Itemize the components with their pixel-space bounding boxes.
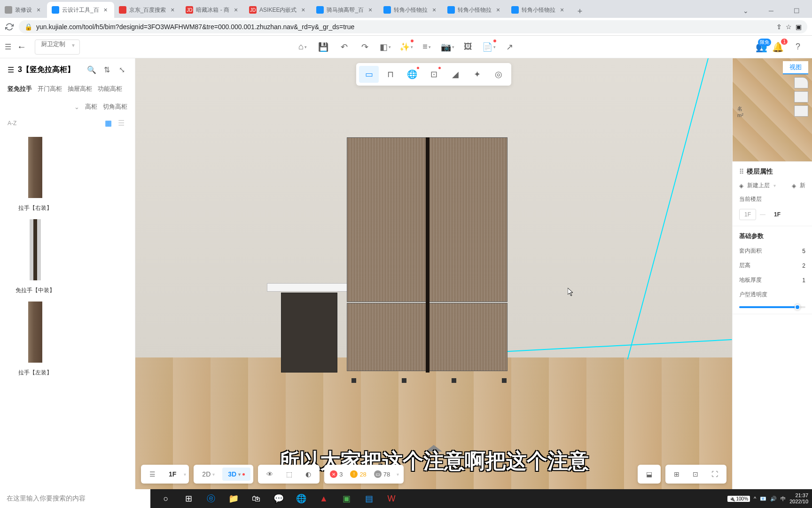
explorer-icon[interactable]: 📁	[223, 489, 244, 508]
tray-icon[interactable]: 🔊	[770, 496, 777, 502]
browser-tab[interactable]: 转角小怪物拉 ×	[507, 2, 570, 18]
camera-icon[interactable]: 📷▾	[438, 38, 457, 56]
close-icon[interactable]: ×	[299, 6, 307, 14]
error-count[interactable]: ✕3	[327, 470, 345, 478]
list-view-icon[interactable]: ☰	[118, 119, 127, 128]
browser-tab[interactable]: JD ASIKEE内嵌式 ×	[244, 2, 312, 18]
cortana-icon[interactable]: ○	[155, 489, 177, 508]
magic-wand-icon[interactable]: ✨▾	[397, 38, 415, 56]
cube-icon[interactable]: ⬚	[281, 468, 298, 481]
settings-icon[interactable]: ⇅	[101, 64, 112, 75]
browser-tab[interactable]: 装修设 ×	[0, 2, 47, 18]
autocad-icon[interactable]: ▲	[313, 489, 335, 508]
minimize-icon[interactable]: ─	[760, 4, 782, 18]
grid-icon[interactable]: ⊡	[687, 468, 704, 481]
app-icon[interactable]: ▤	[358, 489, 380, 508]
star-icon[interactable]: ☆	[786, 23, 792, 31]
close-icon[interactable]: ×	[558, 6, 566, 14]
browser-tab-active[interactable]: 云设计工具_百 ×	[47, 2, 114, 18]
new-upper-button[interactable]: 新建上层	[747, 182, 770, 190]
help-icon[interactable]: ?	[789, 38, 807, 56]
home-icon[interactable]: ⌂▾	[293, 38, 312, 56]
view-3d-button[interactable]: 3D▾	[222, 468, 250, 481]
product-item[interactable]: 拉手【右装】	[5, 135, 66, 212]
filter-icon[interactable]: ≡▾	[417, 38, 436, 56]
layers-button[interactable]: ☰	[144, 468, 161, 481]
tray-up-icon[interactable]: ^	[754, 496, 756, 501]
maximize-icon[interactable]: ☐	[786, 4, 807, 18]
browser-tab[interactable]: 骑马抽高帮_百 ×	[312, 2, 379, 18]
close-icon[interactable]: ×	[367, 6, 374, 14]
close-icon[interactable]: ×	[494, 6, 502, 14]
eraser-icon[interactable]: ◧▾	[376, 38, 395, 56]
redo-icon[interactable]: ↷	[355, 38, 374, 56]
edge-icon[interactable]: ⓔ	[200, 489, 222, 508]
eye-icon[interactable]: 👁	[261, 468, 279, 481]
tall-cabinet-model[interactable]	[347, 137, 511, 377]
wechat-icon[interactable]: 💬	[268, 489, 289, 508]
store-icon[interactable]: 🛍	[245, 489, 267, 508]
category-tab[interactable]: 竖免拉手	[8, 83, 32, 95]
close-icon[interactable]: ×	[232, 6, 240, 14]
minimap[interactable]: 视图 名m²	[733, 58, 812, 162]
sphere-icon[interactable]: ◐	[300, 468, 317, 481]
chrome-icon[interactable]: 🌐	[290, 489, 312, 508]
image-icon[interactable]: 🖼	[459, 38, 477, 56]
share-icon[interactable]: ⇪	[776, 23, 782, 31]
dropdown-icon[interactable]: ⌄	[735, 4, 757, 18]
battery-indicator[interactable]: 🔌100%	[727, 496, 750, 502]
grid-view-icon[interactable]: ▦	[105, 119, 114, 128]
select-tool-icon[interactable]: ▭	[359, 66, 379, 83]
windows-search-input[interactable]: 在这里输入你要搜索的内容	[0, 489, 150, 508]
warning-count[interactable]: !28	[347, 470, 369, 478]
floor-selector[interactable]: 1F	[163, 468, 182, 481]
undo-icon[interactable]: ↶	[335, 38, 353, 56]
toggle-icon[interactable]: ⬓	[640, 468, 658, 481]
tray-icon[interactable]: 📧	[760, 496, 766, 502]
align-tool-icon[interactable]: ⊓	[381, 66, 400, 83]
object-count[interactable]: ▭78	[371, 470, 393, 478]
globe-tool-icon[interactable]: 🌐	[402, 66, 422, 83]
close-icon[interactable]: ×	[35, 6, 42, 14]
browser-tab[interactable]: 转角小怪物拉 ×	[443, 2, 507, 18]
snap-icon[interactable]: ⊞	[668, 468, 685, 481]
list-icon[interactable]: ☰	[8, 65, 14, 74]
focus-tool-icon[interactable]: ⊡	[424, 66, 444, 83]
browser-tab[interactable]: JD 暗藏冰箱 - 商 ×	[181, 2, 244, 18]
design-canvas[interactable]: ▭ ⊓ 🌐 ⊡ ◢ ✦ ◎ 所以大家把这个注意啊把这个注意 ☰ 1F ▾ 2D▾…	[135, 58, 732, 489]
reload-icon[interactable]	[5, 22, 14, 32]
puzzle-tool-icon[interactable]: ✦	[467, 66, 487, 83]
close-icon[interactable]: ×	[169, 6, 176, 14]
search-icon[interactable]: 🔍	[86, 64, 97, 75]
wps-icon[interactable]: W	[381, 489, 402, 508]
view-2d-button[interactable]: 2D▾	[196, 468, 220, 481]
browser-tab[interactable]: 京东_百度搜索 ×	[114, 2, 181, 18]
extension-icon[interactable]: ▣	[796, 23, 802, 31]
category-tab[interactable]: 开门高柜	[38, 83, 62, 95]
save-icon[interactable]: 💾	[314, 38, 333, 56]
back-button[interactable]: ←	[13, 39, 30, 56]
close-icon[interactable]: ×	[102, 6, 109, 14]
ime-indicator[interactable]: 中	[781, 495, 786, 502]
fullscreen-icon[interactable]: ⛶	[706, 468, 724, 481]
chevron-down-icon[interactable]: ⌄	[74, 103, 79, 111]
category-tab[interactable]: 高柜	[85, 101, 97, 113]
app-icon[interactable]: ▣	[336, 489, 357, 508]
category-tab[interactable]: 功能高柜	[98, 83, 122, 95]
collapse-icon[interactable]: ⤡	[116, 64, 127, 75]
category-tab[interactable]: 抽屉高柜	[68, 83, 92, 95]
close-icon[interactable]: ×	[430, 6, 438, 14]
new-button[interactable]: 新	[800, 182, 805, 190]
sort-label[interactable]: A-Z	[8, 120, 16, 127]
product-item[interactable]: 拉手【左装】	[5, 299, 66, 377]
url-input[interactable]: 🔒 yun.kujiale.com/tool/h5/bim?designid=3…	[19, 20, 807, 33]
export-icon[interactable]: ↗	[500, 38, 519, 56]
minimap-view-tab[interactable]: 视图	[783, 61, 808, 74]
clock-date[interactable]: 2022/10	[789, 499, 808, 505]
floor-option[interactable]: 1F	[739, 209, 756, 220]
user-icon[interactable]: 👥限免	[756, 41, 767, 53]
mode-selector[interactable]: 厨卫定制 ▼	[35, 40, 80, 55]
opacity-slider[interactable]	[739, 306, 805, 308]
task-view-icon[interactable]: ⊞	[178, 489, 199, 508]
target-tool-icon[interactable]: ◎	[489, 66, 508, 83]
